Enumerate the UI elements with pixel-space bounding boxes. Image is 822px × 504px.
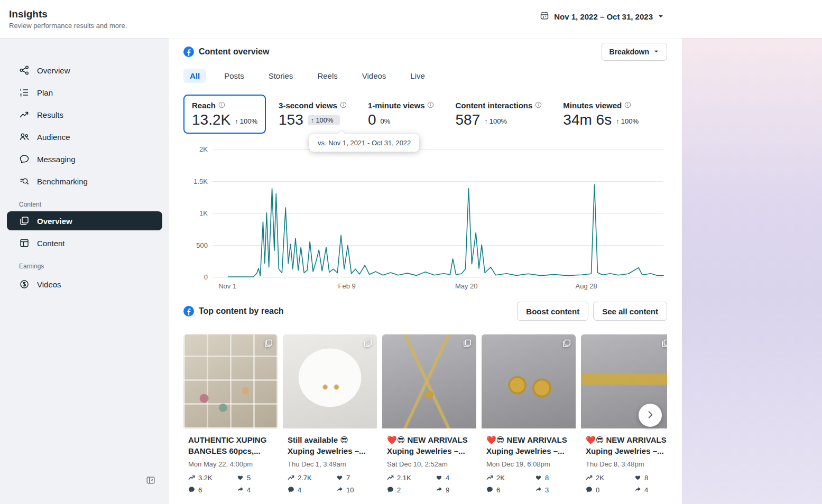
svg-text:1K: 1K bbox=[199, 209, 208, 217]
metric-1-minute-views[interactable]: 1-minute views 0 0% bbox=[359, 95, 443, 134]
post-thumbnail bbox=[183, 334, 278, 428]
svg-text:0: 0 bbox=[204, 273, 208, 281]
boost-content-button[interactable]: Boost content bbox=[517, 302, 588, 321]
post-comments: 6 bbox=[496, 486, 500, 494]
breakdown-label: Breakdown bbox=[609, 48, 649, 56]
sidebar-item-overview[interactable]: Overview bbox=[0, 59, 169, 81]
date-range-picker[interactable]: Nov 1, 2022 – Oct 31, 2023 bbox=[537, 11, 667, 23]
sidebar-item-messaging[interactable]: Messaging bbox=[0, 148, 169, 170]
date-range-label: Nov 1, 2022 – Oct 31, 2023 bbox=[554, 12, 653, 21]
content-card[interactable]: AUTHENTIC XUPING BANGLES 60pcs,... Mon M… bbox=[183, 334, 278, 494]
post-reach: 2K bbox=[596, 474, 604, 482]
share-icon bbox=[634, 486, 641, 494]
post-reach: 3.2K bbox=[198, 474, 213, 482]
post-title: ❤️😎 NEW ARRIVALS Xuping Jewelries –... bbox=[486, 435, 571, 456]
metric-reach[interactable]: Reach 13.2K ↑ 100% bbox=[183, 95, 266, 134]
metric-label: Minutes viewed bbox=[563, 101, 622, 110]
trend-up-icon: ↑ bbox=[616, 118, 619, 125]
share-icon bbox=[237, 486, 244, 494]
plan-icon bbox=[19, 87, 30, 98]
sidebar-item-benchmarking[interactable]: Benchmarking bbox=[0, 170, 169, 192]
post-thumbnail bbox=[382, 334, 476, 428]
sidebar-collapse-button[interactable] bbox=[146, 475, 155, 487]
svg-text:1.5K: 1.5K bbox=[193, 178, 208, 185]
sidebar-item-content-content[interactable]: Content bbox=[0, 232, 169, 254]
post-thumbnail bbox=[482, 334, 576, 428]
share-icon bbox=[336, 486, 343, 494]
comment-icon bbox=[288, 486, 294, 494]
post-likes: 8 bbox=[545, 474, 549, 482]
svg-text:Feb 9: Feb 9 bbox=[338, 282, 356, 290]
sidebar-item-label: Overview bbox=[37, 217, 72, 226]
heart-icon bbox=[336, 474, 343, 482]
results-icon bbox=[19, 109, 30, 120]
reach-icon bbox=[288, 474, 294, 482]
photo-stack-icon bbox=[264, 339, 273, 350]
tab-live[interactable]: Live bbox=[404, 69, 431, 83]
photo-stack-icon bbox=[661, 339, 667, 350]
sidebar-item-content-overview[interactable]: Overview bbox=[7, 211, 162, 230]
metric-content-interactions[interactable]: Content interactions 587 ↑ 100% bbox=[447, 95, 550, 134]
content-overview-title: Content overview bbox=[199, 47, 269, 57]
metric-change: 100% bbox=[316, 116, 333, 124]
content-card[interactable]: ❤️😎 NEW ARRIVALS Xuping Jewelries –... S… bbox=[382, 334, 476, 494]
post-shares: 4 bbox=[247, 486, 251, 494]
post-date: Mon Dec 19, 6:08pm bbox=[486, 460, 571, 468]
content-card[interactable]: Still available 😎 Xuping Jewelries –... … bbox=[283, 334, 377, 494]
tab-videos[interactable]: Videos bbox=[356, 69, 393, 83]
benchmarking-icon bbox=[19, 176, 30, 186]
sidebar-item-audience[interactable]: Audience bbox=[0, 126, 169, 148]
svg-text:May 20: May 20 bbox=[455, 282, 478, 290]
post-shares: 10 bbox=[346, 486, 354, 494]
tab-reels[interactable]: Reels bbox=[311, 69, 344, 83]
page-title: Insights bbox=[9, 8, 127, 21]
tab-posts[interactable]: Posts bbox=[218, 69, 251, 83]
post-likes: 8 bbox=[644, 474, 648, 482]
messaging-icon bbox=[19, 154, 30, 164]
photo-stack-icon bbox=[463, 339, 472, 350]
metric-value: 587 bbox=[455, 112, 480, 127]
info-icon[interactable] bbox=[218, 101, 225, 110]
metric-change: 100% bbox=[240, 117, 257, 125]
info-icon[interactable] bbox=[427, 101, 434, 110]
sidebar-item-plan[interactable]: Plan bbox=[0, 81, 169, 104]
comment-icon bbox=[387, 486, 394, 494]
sidebar-item-label: Overview bbox=[37, 66, 70, 75]
trend-up-icon: ↑ bbox=[235, 118, 238, 125]
sidebar-item-label: Results bbox=[37, 110, 63, 119]
metric-minutes-viewed[interactable]: Minutes viewed 34m 6s ↑ 100% bbox=[555, 95, 647, 134]
info-icon[interactable] bbox=[624, 101, 631, 110]
page-header: Insights Review performance results and … bbox=[0, 0, 822, 38]
heart-icon bbox=[535, 474, 542, 482]
post-likes: 4 bbox=[446, 474, 449, 482]
reach-icon bbox=[387, 474, 394, 482]
svg-text:Nov 1: Nov 1 bbox=[218, 282, 236, 290]
sidebar-item-results[interactable]: Results bbox=[0, 104, 169, 126]
heart-icon bbox=[436, 474, 442, 482]
metric-change: 100% bbox=[621, 117, 639, 125]
metric-label: Content interactions bbox=[455, 101, 532, 110]
sidebar-item-label: Content bbox=[37, 239, 65, 248]
content-card[interactable]: ❤️😎 NEW ARRIVALS Xuping Jewelries –... M… bbox=[482, 334, 576, 494]
sidebar-item-label: Audience bbox=[37, 133, 70, 142]
tab-stories[interactable]: Stories bbox=[262, 69, 300, 83]
sidebar-section-earnings: Earnings bbox=[19, 263, 169, 270]
info-icon[interactable] bbox=[340, 101, 347, 110]
calendar-icon bbox=[540, 11, 549, 22]
comment-icon bbox=[188, 486, 195, 494]
comment-icon bbox=[486, 486, 493, 494]
post-comments: 6 bbox=[198, 486, 202, 494]
see-all-content-button[interactable]: See all content bbox=[593, 302, 667, 321]
tab-all[interactable]: All bbox=[183, 69, 206, 83]
post-shares: 3 bbox=[545, 486, 549, 494]
svg-text:2K: 2K bbox=[199, 145, 208, 153]
metric-label: 1-minute views bbox=[368, 101, 425, 110]
post-title: ❤️😎 NEW ARRIVALS Xuping Jewelries –... bbox=[586, 435, 667, 456]
sidebar-item-videos[interactable]: Videos bbox=[0, 273, 169, 295]
dollar-circle-icon bbox=[19, 279, 30, 290]
top-content-carousel: AUTHENTIC XUPING BANGLES 60pcs,... Mon M… bbox=[183, 334, 667, 494]
breakdown-button[interactable]: Breakdown bbox=[602, 43, 667, 61]
metric-3-second-views[interactable]: 3-second views 153 ↑ 100% bbox=[270, 95, 355, 134]
info-icon[interactable] bbox=[535, 101, 542, 110]
table-grid-icon bbox=[19, 238, 30, 248]
